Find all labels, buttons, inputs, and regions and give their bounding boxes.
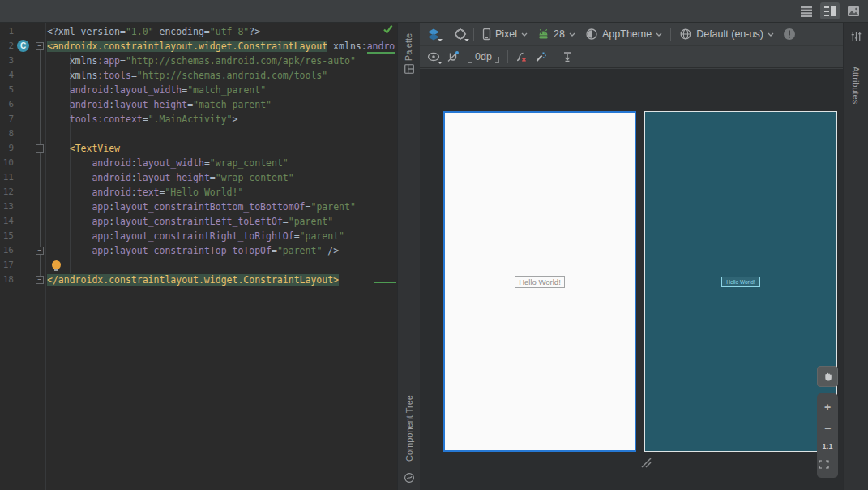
line-number: 16 [0,243,14,258]
class-gutter-icon[interactable]: C [17,40,29,52]
design-surface-canvas[interactable]: Hello World! Hello World! + − 1:1 [420,69,843,490]
orientation-button[interactable] [451,25,470,43]
pan-tool-button[interactable] [817,366,838,387]
design-panel: Pixel 28 AppTheme [420,23,843,490]
attributes-tune-icon[interactable] [850,30,862,43]
chevron-down-icon [438,62,443,64]
quickfix-lightbulb-icon[interactable] [52,260,61,269]
theme-selector[interactable]: AppTheme [580,25,667,43]
issues-icon [783,28,796,41]
textview-hello-world[interactable]: Hello World! [515,276,565,288]
zoom-ratio-button[interactable]: 1:1 [822,441,832,451]
fold-marker-icon[interactable]: − [36,42,44,50]
design-toolbar-constraints: 0dp [420,46,843,68]
code-text[interactable]: android:layout_width="wrap_content" [47,156,289,170]
code-line[interactable]: 4 xmlns:tools="http://schemas.android.co… [0,68,397,83]
code-text[interactable]: tools:context=".MainActivity"> [47,112,237,127]
code-text[interactable]: <?xml version="1.0" encoding="utf-8"?> [47,24,260,39]
line-number: 14 [0,214,14,229]
code-text[interactable]: <androidx.constraintlayout.widget.Constr… [47,39,395,54]
lint-underline [374,282,396,283]
code-text[interactable]: android:text="Hello World!" [47,185,243,200]
pan-hand-icon [822,371,834,383]
fit-screen-icon [819,460,829,469]
textview-hello-world-blueprint[interactable]: Hello World! [721,277,759,287]
code-text[interactable]: xmlns:app="http://schemas.android.com/ap… [47,54,356,68]
api-level-label: 28 [554,28,565,40]
code-line[interactable]: 12 android:text="Hello World!" [0,185,397,200]
toolbar-separator [473,28,474,41]
code-line[interactable]: 2C−<androidx.constraintlayout.widget.Con… [0,39,397,54]
zoom-to-fit-button[interactable] [819,456,836,472]
device-label: Pixel [495,28,517,40]
code-line[interactable]: 7 tools:context=".MainActivity"> [0,112,397,127]
code-text[interactable] [47,258,61,273]
code-line[interactable]: 10 android:layout_width="wrap_content" [0,156,397,170]
code-text[interactable]: </androidx.constraintlayout.widget.Const… [47,273,396,287]
device-selector[interactable]: Pixel [477,25,532,43]
code-text[interactable]: app:layout_constraintBottom_toBottomOf="… [47,200,356,214]
code-text[interactable]: app:layout_constraintRight_toRightOf="pa… [47,229,344,243]
code-line[interactable]: 8 [0,127,397,141]
locale-selector[interactable]: Default (en-us) [674,25,779,43]
code-line[interactable]: 15 app:layout_constraintRight_toRightOf=… [0,229,397,243]
issues-button[interactable] [780,25,799,43]
clear-constraints-button[interactable] [511,48,531,66]
phone-icon [482,28,491,41]
line-number: 7 [0,112,14,127]
autoconnect-toggle-button[interactable] [443,48,463,66]
code-line[interactable]: 5 android:layout_width="match_parent" [0,83,397,97]
fold-marker-icon[interactable]: − [36,144,44,153]
code-line[interactable]: 14 app:layout_constraintLeft_toLeftOf="p… [0,214,397,229]
chevron-down-icon [521,32,528,37]
split-view-button[interactable] [820,2,840,19]
inspection-ok-icon[interactable] [383,24,393,34]
toolbar-separator [670,28,671,41]
theme-label: AppTheme [602,28,652,40]
view-options-button[interactable] [424,48,443,66]
code-text[interactable]: app:layout_constraintLeft_toLeftOf="pare… [47,214,333,229]
code-view-icon [800,6,813,17]
code-line[interactable]: 9− <TextView [0,141,397,156]
palette-icon[interactable] [404,63,415,75]
top-bar [0,0,868,23]
canvas-resize-handle[interactable] [640,457,652,469]
code-line[interactable]: 1<?xml version="1.0" encoding="utf-8"?> [0,24,397,39]
code-text[interactable]: android:layout_height="match_parent" [47,97,272,112]
fold-marker-icon[interactable]: − [36,247,44,255]
code-line[interactable]: 11 android:layout_height="wrap_content" [0,170,397,185]
code-text[interactable]: xmlns:tools="http://schemas.android.com/… [47,68,327,83]
line-number: 12 [0,185,14,200]
design-view-button[interactable] [844,2,863,19]
code-text[interactable]: <TextView [47,141,120,156]
pack-button[interactable] [558,48,577,66]
blueprint-preview-device[interactable]: Hello World! [644,111,837,452]
toolbar-separator [507,50,508,63]
zoom-in-button[interactable]: + [819,399,836,415]
code-text[interactable]: android:layout_width="match_parent" [47,83,266,97]
locale-label: Default (en-us) [696,28,763,40]
api-level-selector[interactable]: 28 [532,25,580,43]
zoom-out-button[interactable]: − [819,420,836,436]
attributes-tab[interactable]: Attributes [850,58,862,112]
code-line[interactable]: 6 android:layout_height="match_parent" [0,97,397,112]
toolbar-separator [447,28,447,41]
code-line[interactable]: 18−</androidx.constraintlayout.widget.Co… [0,273,397,287]
code-line[interactable]: 3 xmlns:app="http://schemas.android.com/… [0,54,397,68]
design-preview-device[interactable]: Hello World! [443,111,636,452]
code-line[interactable]: 16− app:layout_constraintTop_toTopOf="pa… [0,243,397,258]
component-tree-icon[interactable] [404,472,415,484]
infer-constraints-button[interactable] [531,48,550,66]
line-number: 5 [0,83,14,97]
design-surface-button[interactable] [424,25,443,43]
fold-marker-icon[interactable]: − [36,276,44,284]
default-margins-button[interactable]: 0dp [463,48,504,66]
line-number: 11 [0,170,14,185]
code-view-button[interactable] [797,2,816,19]
component-tree-tab[interactable]: Component Tree [404,384,415,473]
code-line[interactable]: 13 app:layout_constraintBottom_toBottomO… [0,200,397,214]
code-text[interactable]: app:layout_constraintTop_toTopOf="parent… [47,243,339,258]
code-line[interactable]: 17 [0,258,397,273]
design-right-stripe: Attributes [843,23,868,490]
code-text[interactable]: android:layout_height="wrap_content" [47,170,294,185]
